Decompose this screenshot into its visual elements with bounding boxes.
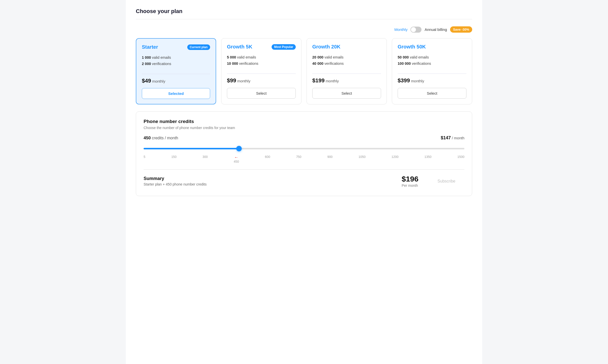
plan-price-growth20k: $199 monthly <box>312 77 381 84</box>
plan-emails-bold-growth5k: 5 000 <box>227 55 236 59</box>
tick-450-arrow: ← 450 <box>234 155 239 163</box>
credits-amount-row: 450 credits / month $147 / month <box>144 135 464 141</box>
monthly-label: Monthly <box>394 27 408 32</box>
credits-subtitle: Choose the number of phone number credit… <box>144 126 464 130</box>
credits-price: $147 / month <box>441 135 464 141</box>
arrow-left-icon: ← <box>234 155 238 160</box>
plan-select-btn-growth50k[interactable]: Select <box>398 88 466 99</box>
plan-emails-bold-growth50k: 50 000 <box>398 55 409 59</box>
plan-select-btn-growth5k[interactable]: Select <box>227 88 296 99</box>
plan-card-growth20k: Growth 20K 20 000 valid emails 40 000 ve… <box>307 38 387 104</box>
credits-slider-wrapper <box>144 145 464 152</box>
page-title: Choose your plan <box>136 8 472 19</box>
summary-price: $196 Per month <box>402 175 418 188</box>
plan-divider-growth20k <box>312 74 381 74</box>
tick-1500: 1500 <box>457 155 464 163</box>
plan-verif-bold-growth50k: 100 000 <box>398 62 411 66</box>
plan-select-btn-starter[interactable]: Selected <box>142 88 210 99</box>
plan-name-growth50k: Growth 50K <box>398 44 426 50</box>
plan-card-starter: Starter Current plan 1 000 valid emails … <box>136 38 216 104</box>
credits-amount-display: 450 credits / month <box>144 136 178 141</box>
plan-features-growth50k: 50 000 valid emails 100 000 verification… <box>398 54 466 67</box>
summary-description: Starter plan + 450 phone number credits <box>144 182 207 186</box>
billing-toggle[interactable] <box>410 27 421 33</box>
plan-divider-growth50k <box>398 74 466 74</box>
plan-header-starter: Starter Current plan <box>142 44 210 50</box>
tick-1050: 1050 <box>358 155 366 163</box>
plan-card-growth50k: Growth 50K 50 000 valid emails 100 000 v… <box>392 38 472 104</box>
billing-toggle-row: Monthly Annual billing Save -30% <box>136 26 472 33</box>
plans-grid: Starter Current plan 1 000 valid emails … <box>136 38 472 104</box>
plan-name-growth20k: Growth 20K <box>312 44 340 50</box>
plan-card-growth5k: Growth 5K Most Popular 5 000 valid email… <box>221 38 301 104</box>
plan-name-growth5k: Growth 5K <box>227 44 252 50</box>
tick-5: 5 <box>144 155 145 163</box>
save-badge: Save -30% <box>450 26 472 33</box>
plan-features-growth20k: 20 000 valid emails 40 000 verifications <box>312 54 381 67</box>
plan-features-starter: 1 000 valid emails 2 000 verifications <box>142 54 210 67</box>
annual-label: Annual billing <box>424 27 447 32</box>
tick-1350: 1350 <box>424 155 432 163</box>
summary-bar: Summary Starter plan + 450 phone number … <box>144 169 464 188</box>
plan-price-starter: $49 monthly <box>142 78 210 84</box>
tick-150: 150 <box>171 155 176 163</box>
plan-name-starter: Starter <box>142 44 158 50</box>
tick-900: 900 <box>327 155 333 163</box>
summary-left: Summary Starter plan + 450 phone number … <box>144 176 207 186</box>
tick-750: 750 <box>296 155 301 163</box>
plan-verif-bold-growth20k: 40 000 <box>312 62 323 66</box>
plan-price-growth5k: $99 monthly <box>227 77 296 84</box>
plan-features-growth5k: 5 000 valid emails 10 000 verifications <box>227 54 296 67</box>
plan-header-growth5k: Growth 5K Most Popular <box>227 44 296 50</box>
plan-divider-growth5k <box>227 74 296 74</box>
plan-header-growth20k: Growth 20K <box>312 44 381 50</box>
plan-emails-bold-growth20k: 20 000 <box>312 55 323 59</box>
subscribe-button[interactable]: Subscribe <box>429 175 464 187</box>
credits-amount-bold: 450 <box>144 136 151 140</box>
plan-price-growth50k: $399 monthly <box>398 77 466 84</box>
page-container: Choose your plan Monthly Annual billing … <box>126 0 482 364</box>
tick-450: 450 <box>234 160 239 163</box>
plan-emails-bold-starter: 1 000 <box>142 55 151 59</box>
summary-right: $196 Per month Subscribe <box>402 175 464 188</box>
summary-price-period: Per month <box>402 184 418 188</box>
plan-verif-bold-growth5k: 10 000 <box>227 62 238 66</box>
plan-verif-bold-starter: 2 000 <box>142 62 151 66</box>
plan-badge-growth5k: Most Popular <box>272 44 296 50</box>
summary-title: Summary <box>144 176 207 181</box>
plan-select-btn-growth20k[interactable]: Select <box>312 88 381 99</box>
plan-divider-starter <box>142 74 210 74</box>
tick-1200: 1200 <box>392 155 399 163</box>
credits-title: Phone number credits <box>144 119 464 124</box>
tick-300: 300 <box>203 155 208 163</box>
tick-600: 600 <box>265 155 270 163</box>
credits-section: Phone number credits Choose the number o… <box>136 111 472 196</box>
plan-header-growth50k: Growth 50K <box>398 44 466 50</box>
slider-tick-labels: 5 150 300 ← 450 600 750 900 1050 1200 13… <box>144 155 464 163</box>
summary-price-amount: $196 <box>402 175 418 183</box>
plan-badge-starter: Current plan <box>187 44 210 50</box>
